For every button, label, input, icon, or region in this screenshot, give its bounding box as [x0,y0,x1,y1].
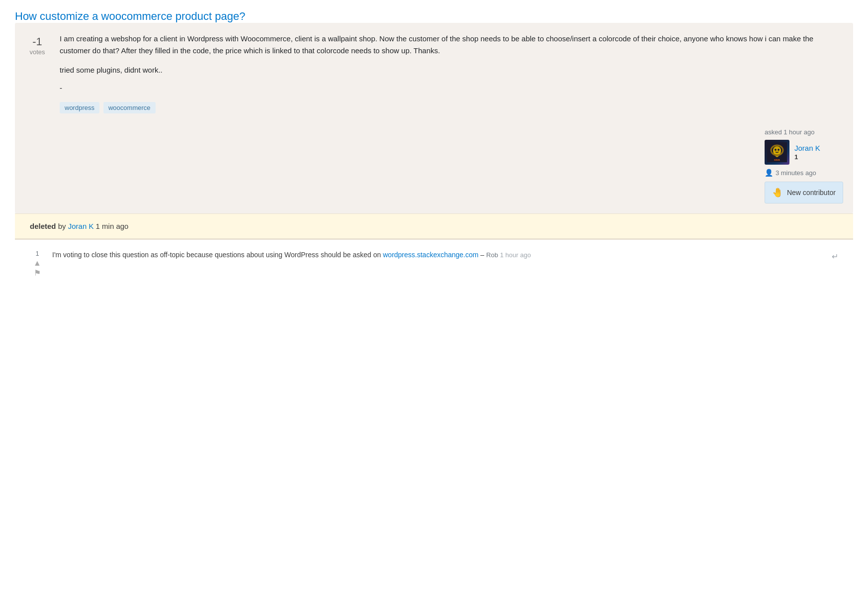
tags-row: wordpress woocommerce [60,102,843,113]
svg-text:KNVB: KNVB [774,159,780,161]
post-meta-row: asked 1 hour ago [60,128,843,203]
comment-row: 1 ▲ ⚑ I'm voting to close this question … [30,250,838,277]
avatar: KNVB [765,140,789,165]
last-seen-text: 3 minutes ago [776,169,816,177]
new-contributor-banner: 🤚 New contributor [765,182,843,203]
vote-count: -1 [32,35,42,48]
user-row: KNVB Joran K 1 [765,140,843,165]
comment-time: 1 hour ago [500,251,531,259]
vote-label: votes [29,48,45,56]
comment-author: Rob [486,251,498,259]
comment-upvote-button[interactable]: ▲ [33,259,41,267]
avatar-svg: KNVB [767,142,787,162]
comment-text: I'm voting to close this question as off… [52,250,838,263]
comment-text-part1: I'm voting to close this question as off… [52,251,381,259]
tag-woocommerce[interactable]: woocommerce [103,102,156,113]
deleted-text: deleted [30,222,56,230]
user-rep: 1 [794,153,820,161]
post-body-paragraph2: tried some plugins, didnt work.. [60,64,843,76]
deleted-by-text: by [58,222,66,230]
svg-point-3 [778,149,780,151]
user-seen-icon: 👤 [765,169,773,177]
enter-icon: ↵ [832,251,838,263]
comment-flag-button[interactable]: ⚑ [34,269,41,277]
comment-vote-count: 1 [35,250,39,257]
post-content: I am creating a webshop for a client in … [60,33,843,203]
comment-vote: 1 ▲ ⚑ [30,250,45,277]
post-dash: - [60,84,843,92]
vote-column: -1 votes [25,33,50,203]
comment-section: 1 ▲ ⚑ I'm voting to close this question … [15,239,853,287]
comment-separator: – [480,251,484,259]
tag-wordpress[interactable]: wordpress [60,102,99,113]
wave-icon: 🤚 [772,187,783,198]
question-body: -1 votes I am creating a webshop for a c… [15,23,853,213]
avatar-image: KNVB [765,140,789,165]
post-body-paragraph1: I am creating a webshop for a client in … [60,33,843,57]
question-title[interactable]: How customize a woocommerce product page… [15,10,245,22]
last-seen-row: 👤 3 minutes ago [765,169,843,177]
comment-link[interactable]: wordpress.stackexchange.com [383,251,478,259]
svg-point-2 [775,149,777,151]
post-meta-card: asked 1 hour ago [765,128,843,203]
user-name-link[interactable]: Joran K [794,144,820,152]
user-info: Joran K 1 [794,144,820,161]
new-contributor-label: New contributor [787,189,836,197]
deleted-banner: deleted by Joran K 1 min ago [15,213,853,239]
deleted-by-user[interactable]: Joran K [68,222,94,230]
asked-text: asked 1 hour ago [765,128,843,136]
deleted-time: 1 min ago [96,222,129,230]
